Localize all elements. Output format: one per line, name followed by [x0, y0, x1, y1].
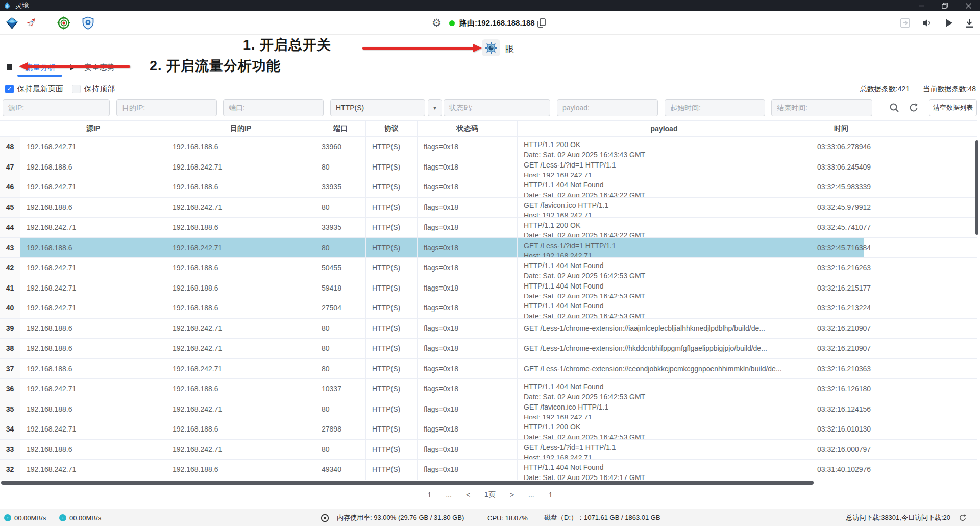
vertical-scrollbar[interactable]: [975, 140, 978, 235]
table-row[interactable]: 34192.168.242.71192.168.188.627898HTTP(S…: [0, 419, 977, 440]
cell-no: 44: [0, 218, 20, 237]
table-row[interactable]: 42192.168.242.71192.168.188.650455HTTP(S…: [0, 258, 977, 278]
cell-no: 38: [0, 339, 20, 358]
close-button[interactable]: [957, 0, 980, 11]
cell-status: flags=0x18: [418, 379, 518, 399]
table-row[interactable]: 48192.168.242.71192.168.188.633960HTTP(S…: [0, 137, 977, 157]
chevron-down-icon[interactable]: ▼: [428, 99, 442, 116]
status-code-input[interactable]: [444, 99, 550, 116]
download-icon[interactable]: [965, 11, 974, 35]
gem-icon[interactable]: [5, 11, 19, 35]
cell-port: 33960: [315, 137, 366, 157]
pagination-item[interactable]: 1: [549, 491, 553, 499]
export-icon[interactable]: [899, 11, 911, 35]
start-time-input[interactable]: [665, 99, 765, 116]
cell-status: flags=0x18: [418, 298, 518, 318]
cell-time: 03:32:45.983339: [811, 177, 977, 197]
cell-proto: HTTP(S): [366, 198, 418, 218]
table-row[interactable]: 43192.168.188.6192.168.242.7180HTTP(S)fl…: [0, 238, 977, 258]
clear-data-button[interactable]: 清空数据列表: [929, 99, 977, 116]
table-row[interactable]: 32192.168.242.71192.168.188.649340HTTP(S…: [0, 460, 977, 480]
cell-no: 42: [0, 258, 20, 278]
gear-icon[interactable]: ⚙: [432, 11, 442, 35]
monitor-eye-icon[interactable]: [321, 509, 329, 526]
table-row[interactable]: 35192.168.188.6192.168.242.7180HTTP(S)fl…: [0, 399, 977, 420]
cell-src: 192.168.242.71: [20, 419, 166, 439]
route-address: 路由:192.168.188.188: [459, 11, 535, 35]
payload-input[interactable]: [557, 99, 658, 116]
pagination-item[interactable]: 1: [427, 491, 431, 499]
minimize-button[interactable]: [910, 0, 933, 11]
stop-icon[interactable]: [7, 64, 12, 70]
cell-status: flags=0x18: [418, 258, 518, 278]
cell-port: 27504: [315, 298, 366, 318]
cell-port: 59418: [315, 278, 366, 298]
table-row[interactable]: 41192.168.242.71192.168.188.659418HTTP(S…: [0, 278, 977, 299]
keep-top-option[interactable]: 保持顶部: [72, 83, 115, 94]
cell-status: flags=0x18: [418, 218, 518, 237]
pagination-item[interactable]: <: [466, 491, 470, 499]
cell-status: flags=0x18: [418, 157, 518, 177]
tab-separator-line: [0, 77, 980, 77]
table-header-row: 源IP目的IP端口协议状态码payload时间: [0, 120, 977, 137]
protocol-select[interactable]: HTTP(S): [330, 99, 425, 116]
cell-status: flags=0x18: [418, 278, 518, 298]
table-row[interactable]: 39192.168.188.6192.168.242.7180HTTP(S)fl…: [0, 319, 977, 339]
table-row[interactable]: 44192.168.242.71192.168.188.633935HTTP(S…: [0, 218, 977, 238]
red-arrow-right: [362, 44, 482, 53]
pagination-item[interactable]: >: [510, 491, 514, 499]
cell-dst: 192.168.242.71: [166, 440, 315, 460]
search-icon[interactable]: [888, 102, 900, 114]
rocket-icon[interactable]: [24, 11, 38, 35]
cell-proto: HTTP(S): [366, 278, 418, 298]
table-row[interactable]: 36192.168.242.71192.168.188.610337HTTP(S…: [0, 379, 977, 399]
target-icon[interactable]: [57, 11, 70, 35]
pagination-item[interactable]: ...: [446, 491, 452, 499]
table-row[interactable]: 33192.168.188.6192.168.242.7180HTTP(S)fl…: [0, 440, 977, 460]
port-input[interactable]: [223, 99, 324, 116]
horizontal-scrollbar[interactable]: [1, 481, 814, 485]
eye-gear-icon: [484, 41, 498, 55]
table-row[interactable]: 47192.168.188.6192.168.242.7180HTTP(S)fl…: [0, 157, 977, 178]
column-header: [0, 121, 20, 136]
table-row[interactable]: 38192.168.188.6192.168.242.7180HTTP(S)fl…: [0, 339, 977, 359]
cell-no: 40: [0, 298, 20, 318]
play-icon[interactable]: [945, 11, 953, 35]
table-row[interactable]: 37192.168.188.6192.168.242.7180HTTP(S)fl…: [0, 359, 977, 379]
cell-src: 192.168.188.6: [20, 339, 166, 358]
column-header: 协议: [366, 121, 418, 136]
total-records-count: 总数据条数:421: [860, 85, 910, 94]
dest-ip-input[interactable]: [116, 99, 217, 116]
refresh-icon[interactable]: [908, 102, 920, 114]
checkbox-checked-icon[interactable]: ✓: [5, 85, 14, 93]
pagination-item[interactable]: ...: [528, 491, 534, 499]
copy-icon[interactable]: [537, 11, 546, 35]
table-row[interactable]: 40192.168.242.71192.168.188.627504HTTP(S…: [0, 298, 977, 319]
cell-payload: GET /Less-1/?id=1 HTTP/1.1Host: 192.168.…: [518, 157, 811, 177]
pagination-item[interactable]: 1页: [484, 490, 496, 499]
master-switch-toggle[interactable]: [482, 39, 500, 56]
table-row[interactable]: 45192.168.188.6192.168.242.7180HTTP(S)fl…: [0, 198, 977, 218]
statusbar-refresh-icon[interactable]: [959, 509, 967, 526]
cell-payload: HTTP/1.1 404 Not FoundDate: Sat, 02 Aug …: [518, 460, 811, 480]
cell-no: 43: [0, 238, 20, 258]
keep-latest-option[interactable]: ✓ 保持最新页面: [5, 83, 63, 94]
cell-payload: GET /favicon.ico HTTP/1.1Host: 192.168.2…: [518, 198, 811, 218]
shield-icon[interactable]: [82, 11, 94, 35]
checkbox-unchecked-icon[interactable]: [72, 85, 81, 93]
cell-status: flags=0x18: [418, 359, 518, 379]
source-ip-input[interactable]: [3, 99, 110, 116]
download-speed-icon: ↓: [59, 514, 66, 521]
maximize-button[interactable]: [933, 0, 957, 11]
cell-time: 03:33:06.245409: [811, 157, 977, 177]
cell-time: 03:33:06.278946: [811, 137, 977, 157]
status-bar: ↑ 00.00MB/s ↓ 00.00MB/s 内存使用率: 93.00% (2…: [0, 509, 980, 526]
cell-time: 03:32:16.010130: [811, 419, 977, 439]
cell-time: 03:32:45.979912: [811, 198, 977, 218]
cell-time: 03:32:16.210363: [811, 359, 977, 379]
cell-status: flags=0x18: [418, 319, 518, 339]
speaker-icon[interactable]: [922, 11, 932, 35]
table-row[interactable]: 46192.168.242.71192.168.188.633935HTTP(S…: [0, 177, 977, 198]
app-window: 灵境: [0, 0, 980, 526]
end-time-input[interactable]: [771, 99, 872, 116]
